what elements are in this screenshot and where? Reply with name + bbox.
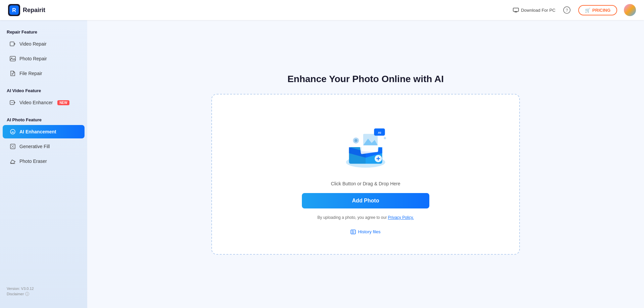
- svg-text:R: R: [12, 7, 16, 13]
- pricing-button[interactable]: 🛒 PRICING: [578, 5, 617, 15]
- main-layout: Repair Feature Video Repair Photo Repair…: [0, 20, 644, 308]
- svg-point-29: [27, 293, 28, 293]
- logo-text: Repairit: [23, 7, 45, 14]
- video-repair-icon: [9, 41, 16, 47]
- cart-icon: 🛒: [585, 8, 590, 13]
- sidebar-item-file-repair[interactable]: File Repair: [3, 67, 85, 80]
- sidebar-item-label: File Repair: [19, 71, 42, 76]
- download-pc-button[interactable]: Download For PC: [513, 8, 555, 13]
- svg-marker-15: [14, 102, 15, 104]
- help-button[interactable]: ?: [562, 5, 572, 15]
- sidebar-item-video-repair[interactable]: Video Repair: [3, 37, 85, 51]
- sidebar: Repair Feature Video Repair Photo Repair…: [0, 20, 87, 308]
- add-photo-button[interactable]: Add Photo: [302, 193, 429, 208]
- photo-repair-icon: [9, 55, 16, 62]
- upload-drop-zone[interactable]: AI Click Button or Drag & Drop Here Add …: [211, 94, 520, 255]
- privacy-prefix: By uploading a photo, you agree to our: [317, 215, 387, 220]
- history-icon: [351, 230, 356, 234]
- sidebar-item-photo-repair[interactable]: Photo Repair: [3, 52, 85, 65]
- header-right: Download For PC ? 🛒 PRICING: [513, 4, 636, 16]
- pricing-label: PRICING: [592, 8, 610, 13]
- svg-text:AI: AI: [11, 131, 14, 134]
- generative-fill-icon: [9, 143, 16, 150]
- svg-point-23: [13, 147, 14, 148]
- disclaimer-label: Disclaimer: [7, 292, 24, 296]
- sidebar-footer: Version: V3.0.12 Disclaimer: [0, 281, 87, 301]
- sidebar-item-label: Photo Repair: [19, 56, 47, 61]
- page-title: Enhance Your Photo Online with AI: [287, 74, 444, 84]
- ai-photo-feature-label: AI Photo Feature: [0, 115, 87, 124]
- ai-enhancement-icon: AI: [9, 128, 16, 135]
- svg-rect-3: [513, 8, 519, 11]
- sidebar-item-video-enhancer[interactable]: Video Enhancer NEW: [3, 96, 85, 109]
- file-repair-icon: [9, 70, 16, 77]
- video-enhancer-icon: [9, 99, 16, 106]
- svg-marker-25: [10, 160, 15, 164]
- sidebar-item-label: Generative Fill: [19, 144, 50, 149]
- version-text: Version: V3.0.12: [7, 287, 80, 291]
- upload-illustration: AI: [335, 114, 396, 174]
- new-badge: NEW: [57, 100, 69, 105]
- history-files-label: History files: [358, 229, 380, 234]
- svg-point-22: [11, 147, 12, 148]
- privacy-text: By uploading a photo, you agree to our P…: [317, 215, 414, 220]
- avatar[interactable]: [624, 4, 636, 16]
- svg-marker-9: [14, 43, 15, 45]
- photo-eraser-icon: [9, 158, 16, 165]
- sidebar-item-label: Video Repair: [19, 41, 47, 47]
- ai-video-feature-label: AI Video Feature: [0, 85, 87, 95]
- logo-icon: R: [8, 4, 20, 16]
- download-pc-label: Download For PC: [521, 8, 555, 13]
- sidebar-item-ai-enhancement[interactable]: AI AI Enhancement: [3, 125, 85, 138]
- svg-rect-10: [10, 56, 15, 61]
- sidebar-item-generative-fill[interactable]: Generative Fill: [3, 140, 85, 153]
- header: R Repairit Download For PC ? 🛒 PRICING: [0, 0, 644, 20]
- sidebar-item-label: Video Enhancer: [19, 100, 53, 105]
- svg-text:AI: AI: [378, 131, 381, 134]
- history-files-button[interactable]: History files: [351, 229, 380, 234]
- sidebar-item-label: Photo Eraser: [19, 159, 47, 164]
- svg-point-43: [355, 139, 358, 142]
- monitor-icon: [513, 8, 519, 12]
- svg-point-21: [13, 145, 14, 146]
- sidebar-item-label: AI Enhancement: [19, 129, 56, 134]
- repair-feature-label: Repair Feature: [0, 27, 87, 37]
- drag-drop-text: Click Button or Drag & Drop Here: [331, 181, 400, 186]
- help-icon: ?: [563, 6, 571, 14]
- svg-rect-8: [10, 42, 14, 46]
- main-content: Enhance Your Photo Online with AI: [87, 20, 644, 308]
- svg-text:?: ?: [566, 8, 568, 13]
- info-icon: [25, 292, 29, 296]
- svg-point-24: [12, 146, 13, 147]
- sidebar-item-photo-eraser[interactable]: Photo Eraser: [3, 155, 85, 168]
- svg-point-20: [11, 145, 12, 146]
- logo: R Repairit: [8, 4, 45, 16]
- privacy-policy-link[interactable]: Privacy Policy.: [388, 215, 414, 220]
- disclaimer-button[interactable]: Disclaimer: [7, 292, 80, 296]
